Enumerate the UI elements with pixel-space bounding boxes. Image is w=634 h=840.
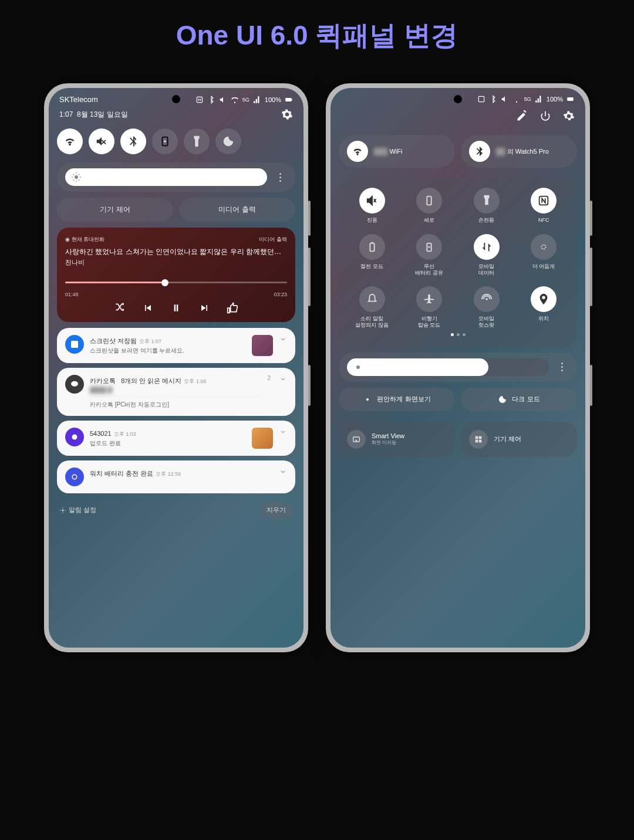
media-output-button[interactable]: 미디어 출력 [179,198,295,222]
photo-icon [69,339,80,350]
settings-icon[interactable] [281,109,293,120]
svg-rect-26 [479,440,482,443]
camera-notch [454,95,462,103]
chevron-down-icon[interactable] [279,428,287,436]
eye-comfort-button[interactable]: 편안하게 화면보기 [339,388,455,411]
chevron-down-icon[interactable] [279,335,287,343]
dnd-toggle[interactable] [215,128,241,154]
like-icon[interactable] [227,302,238,314]
clear-button[interactable]: 지우기 [259,503,293,517]
svg-rect-13 [427,197,431,205]
flashlight-tile[interactable]: 손전등 [466,188,507,223]
notif-thumbnail [252,335,273,356]
status-icons: 5G 100% [195,96,293,104]
brightness-slider[interactable] [65,168,267,186]
airplane-tile[interactable]: 비행기 탑승 모드 [409,286,450,328]
svg-point-9 [72,475,77,479]
notif-thumbnail [252,428,273,449]
mute-status-icon [501,95,509,103]
flashlight-toggle[interactable] [184,128,210,154]
chevron-down-icon[interactable] [279,468,287,476]
wifi-status-icon [512,95,521,103]
mute-toggle[interactable] [89,128,114,154]
svg-point-7 [71,381,78,387]
wifi-icon [63,135,76,148]
svg-point-19 [485,299,488,301]
brightness-slider[interactable] [347,358,549,376]
edit-icon[interactable] [516,110,528,122]
rotation-toggle[interactable] [152,128,178,154]
bluetooth-label: 의 Watch5 Pro [507,148,549,155]
mute-icon [95,135,108,148]
hotspot-tile[interactable]: 모바일 핫스팟 [466,286,507,328]
wifi-toggle[interactable] [57,128,83,154]
pause-icon[interactable] [170,302,182,314]
device-control-tile[interactable]: 기기 제어 [461,422,577,457]
bluetooth-toggle[interactable] [120,128,146,154]
smartview-tile[interactable]: Smart View화면 미러링 [339,422,455,457]
more-button[interactable] [555,363,569,371]
moon-icon [498,395,507,404]
notif-title: 카카오톡 8개의 안 읽은 메시지 [90,377,181,384]
notification-screenshot[interactable]: 스크린샷 저장됨오후 1:07 스크린샷을 보려면 여기를 누르세요. [57,328,295,363]
shuffle-icon[interactable] [114,302,126,314]
previous-icon[interactable] [142,302,154,314]
notif-time: 오후 1:03 [114,431,136,437]
battery-icon [366,241,379,253]
smartview-title: Smart View [372,432,404,439]
sun-icon [353,362,363,372]
svg-rect-15 [370,243,374,251]
brightness-panel [57,162,295,192]
notif-body: 스크린샷을 보려면 여기를 누르세요. [90,347,246,355]
power-icon[interactable] [539,110,551,122]
wifi-status-icon [231,96,239,104]
notification-watch[interactable]: 워치 배터리 충전 완료오후 12:56 [57,460,295,493]
wifi-tile[interactable]: ███ WiFi [339,135,455,168]
more-button[interactable] [273,173,287,182]
dim-icon [537,241,550,253]
mobiledata-tile[interactable]: 모바일 데이터 [466,234,507,276]
notif-settings-button[interactable]: 알림 설정 [59,506,96,514]
svg-rect-16 [371,242,373,243]
vibration-tile[interactable]: 진동 [352,188,393,223]
device-control-button[interactable]: 기기 제어 [57,198,173,222]
powersave-tile[interactable]: 절전 모드 [352,234,393,276]
notif-body: 업로드 완료 [90,439,246,448]
settings-icon[interactable] [563,110,575,122]
dark-mode-button[interactable]: 다크 모드 [461,388,577,411]
media-progress[interactable] [65,274,287,288]
dim-tile[interactable]: 더 어둡게 [523,234,564,276]
notification-upload[interactable]: 543021오후 1:03 업로드 완료 [57,421,295,456]
bluetooth-tile[interactable]: ██ 의 Watch5 Pro [461,135,577,168]
battery-icon [566,95,575,103]
quick-settings-grid: 진동 세로 손전등 NFC 절전 모드 무선 배터리 공유 모바일 데이터 더 … [339,178,577,348]
chat-icon [69,379,80,389]
cast-icon [352,435,361,444]
rotation-icon [423,194,436,207]
bluetooth-icon [474,145,485,157]
svg-point-18 [542,245,546,249]
page-title: One UI 6.0 퀵패널 변경 [0,0,634,66]
next-icon[interactable] [198,302,210,314]
location-tile[interactable]: 위치 [523,286,564,328]
powershare-tile[interactable]: 무선 배터리 공유 [409,234,450,276]
airplane-icon [423,293,436,306]
svg-rect-23 [476,436,478,439]
smartview-sub: 화면 미러링 [372,439,404,446]
notif-title: 워치 배터리 충전 완료 [90,470,153,477]
chevron-down-icon[interactable] [279,375,287,383]
media-source: ◉ 현재 휴대전화 [65,236,104,243]
sound-alert-tile[interactable]: 소리 알림 설정되지 않음 [352,286,393,328]
rotation-tile[interactable]: 세로 [409,188,450,223]
camera-notch [172,95,180,103]
notification-kakao[interactable]: 카카오톡 8개의 안 읽은 메시지오후 1:06 ████ █ 카카오톡 [PC… [57,368,295,416]
svg-rect-12 [567,97,574,101]
media-player-card[interactable]: ◉ 현재 휴대전화 미디어 출력 사랑하긴 했었나요 스쳐가는 인연이었나요 짧… [57,228,295,322]
media-title: 사랑하긴 했었나요 스쳐가는 인연이었나요 짧지않은 우리 함께했던… [65,247,287,257]
svg-rect-25 [476,440,478,443]
battery-icon [285,96,293,104]
svg-rect-2 [292,99,292,100]
media-output-label[interactable]: 미디어 출력 [259,236,287,243]
nfc-tile[interactable]: NFC [523,188,564,223]
bluetooth-icon [127,135,140,148]
